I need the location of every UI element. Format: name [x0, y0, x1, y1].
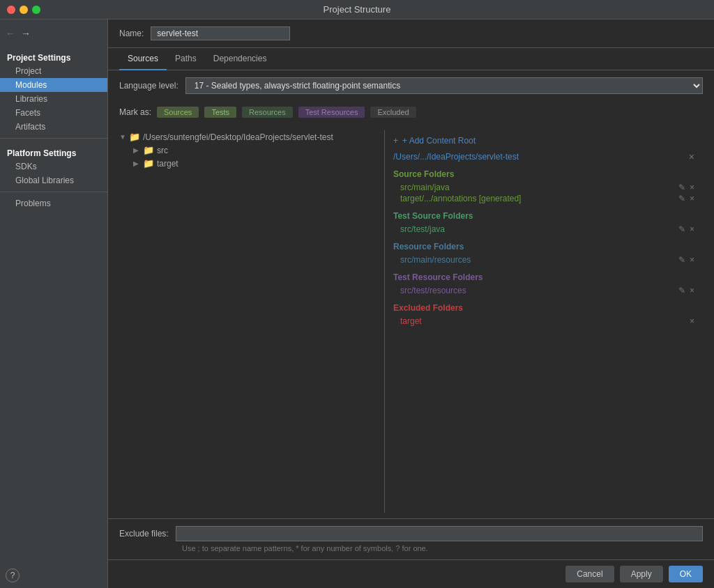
- apply-button[interactable]: Apply: [620, 566, 663, 582]
- plus-icon: +: [393, 136, 398, 146]
- help-button[interactable]: ?: [6, 568, 20, 582]
- sidebar-item-libraries[interactable]: Libraries: [0, 92, 107, 106]
- tab-paths[interactable]: Paths: [167, 48, 205, 70]
- title-bar: Project Structure: [0, 0, 714, 20]
- source-entry-0: src/main/java ✎ ×: [393, 182, 694, 193]
- source-entry-actions-0: ✎ ×: [678, 183, 694, 192]
- sidebar-item-project[interactable]: Project: [0, 64, 107, 78]
- sidebar-item-modules[interactable]: Modules: [0, 78, 107, 92]
- window-title: Project Structure: [324, 4, 391, 15]
- tabs-row: Sources Paths Dependencies: [108, 48, 714, 70]
- tab-sources[interactable]: Sources: [119, 48, 167, 70]
- remove-resource-icon[interactable]: ×: [690, 255, 694, 265]
- project-settings-header: Project Settings: [0, 50, 107, 64]
- exclude-row: Exclude files:: [119, 526, 703, 541]
- remove-test-resource-icon[interactable]: ×: [690, 286, 694, 295]
- edit-source-icon[interactable]: ✎: [678, 183, 685, 192]
- resource-folders-section: Resource Folders src/main/resources ✎ ×: [393, 242, 694, 265]
- resource-folders-title: Resource Folders: [393, 242, 694, 252]
- excluded-folders-title: Excluded Folders: [393, 303, 694, 313]
- remove-excluded-icon[interactable]: ×: [690, 316, 694, 326]
- folder-target-icon: 📁: [143, 158, 154, 169]
- source-folders-section: Source Folders src/main/java ✎ × target/…: [393, 169, 694, 204]
- edit-test-resource-icon[interactable]: ✎: [678, 286, 685, 295]
- tree-arrow-src-icon: ▶: [133, 146, 140, 154]
- sidebar-item-facets[interactable]: Facets: [0, 106, 107, 120]
- resource-entry-0: src/main/resources ✎ ×: [393, 254, 694, 265]
- mark-as-label: Mark as:: [119, 107, 151, 117]
- test-source-entry-actions: ✎ ×: [678, 224, 694, 234]
- name-input[interactable]: [151, 26, 290, 40]
- platform-settings-header: Platform Settings: [0, 146, 107, 160]
- tree-arrow-icon: ▼: [119, 133, 126, 141]
- test-source-folders-section: Test Source Folders src/test/java ✎ ×: [393, 211, 694, 235]
- tree-item-src[interactable]: ▶ 📁 src: [119, 144, 379, 157]
- excluded-entry-actions: ×: [690, 316, 694, 326]
- sidebar-nav: ← →: [0, 25, 107, 42]
- maximize-button[interactable]: [32, 6, 40, 14]
- tab-dependencies[interactable]: Dependencies: [205, 48, 275, 70]
- edit-source-1-icon[interactable]: ✎: [678, 194, 685, 203]
- dialog-footer: Cancel Apply OK: [108, 559, 714, 588]
- mark-resources-button[interactable]: Resources: [242, 107, 293, 118]
- right-path-text: /Users/.../IdeaProjects/servlet-test: [393, 152, 519, 162]
- excluded-entry-0: target ×: [393, 316, 694, 327]
- tree-arrow-target-icon: ▶: [133, 160, 140, 167]
- sidebar-divider-2: [0, 192, 107, 192]
- edit-test-source-icon[interactable]: ✎: [678, 224, 685, 234]
- sidebar-divider: [0, 138, 107, 139]
- sidebar-item-global-libraries[interactable]: Global Libraries: [0, 173, 107, 187]
- remove-source-icon[interactable]: ×: [690, 183, 694, 192]
- top-panel: Name: Sources Paths Dependencies La: [108, 20, 714, 559]
- excluded-folders-section: Excluded Folders target ×: [393, 303, 694, 327]
- forward-arrow-icon[interactable]: →: [21, 28, 31, 39]
- main-content: Name: Sources Paths Dependencies La: [108, 20, 714, 588]
- remove-source-1-icon[interactable]: ×: [690, 194, 694, 203]
- back-arrow-icon[interactable]: ←: [6, 28, 15, 39]
- sidebar-bottom: ?: [0, 563, 107, 588]
- file-tree: ▼ 📁 /Users/suntengfei/Desktop/IdeaProjec…: [119, 130, 384, 513]
- exclude-files-area: Exclude files: Use ; to separate name pa…: [108, 518, 714, 559]
- minimize-button[interactable]: [20, 6, 28, 14]
- test-resource-folders-title: Test Resource Folders: [393, 272, 694, 282]
- source-entry-1: target/.../annotations [generated] ✎ ×: [393, 193, 694, 204]
- exclude-files-label: Exclude files:: [119, 529, 169, 539]
- mark-sources-button[interactable]: Sources: [157, 107, 199, 118]
- resource-entry-actions: ✎ ×: [678, 255, 694, 265]
- test-resource-entry-0: src/test/resources ✎ ×: [393, 285, 694, 296]
- name-label: Name:: [119, 29, 144, 38]
- cancel-button[interactable]: Cancel: [565, 566, 614, 582]
- close-button[interactable]: [7, 6, 15, 14]
- sidebar: ← → Project Settings Project Modules Lib…: [0, 20, 108, 588]
- sidebar-item-sdks[interactable]: SDKs: [0, 160, 107, 173]
- add-content-root-button[interactable]: + + Add Content Root: [393, 136, 694, 146]
- language-level-select[interactable]: 17 - Sealed types, always-strict floatin…: [185, 77, 703, 94]
- ok-button[interactable]: OK: [669, 566, 703, 582]
- source-folders-title: Source Folders: [393, 169, 694, 179]
- sidebar-item-problems[interactable]: Problems: [0, 196, 107, 210]
- exclude-hint: Use ; to separate name patterns, * for a…: [119, 544, 703, 552]
- exclude-files-input[interactable]: [176, 526, 703, 541]
- mark-tests-button[interactable]: Tests: [204, 107, 236, 118]
- source-entry-actions-1: ✎ ×: [678, 194, 694, 203]
- right-path-header: /Users/.../IdeaProjects/servlet-test ×: [393, 151, 694, 162]
- test-resource-folders-section: Test Resource Folders src/test/resources…: [393, 272, 694, 296]
- language-level-label: Language level:: [119, 81, 178, 91]
- folder-src-icon: 📁: [143, 145, 154, 155]
- edit-resource-icon[interactable]: ✎: [678, 255, 685, 265]
- close-path-icon[interactable]: ×: [689, 151, 694, 162]
- test-source-entry-0: src/test/java ✎ ×: [393, 224, 694, 235]
- mark-excluded-button[interactable]: Excluded: [370, 107, 416, 118]
- mark-test-resources-button[interactable]: Test Resources: [298, 107, 365, 118]
- tree-item-target[interactable]: ▶ 📁 target: [119, 157, 379, 170]
- test-source-folders-title: Test Source Folders: [393, 211, 694, 221]
- right-panel: + + Add Content Root /Users/.../IdeaProj…: [384, 130, 703, 513]
- window-controls[interactable]: [7, 6, 40, 14]
- test-resource-entry-actions: ✎ ×: [678, 286, 694, 295]
- name-row: Name:: [108, 20, 714, 48]
- folder-icon: 📁: [129, 132, 140, 142]
- sidebar-item-artifacts[interactable]: Artifacts: [0, 120, 107, 134]
- tree-item-root[interactable]: ▼ 📁 /Users/suntengfei/Desktop/IdeaProjec…: [119, 130, 379, 144]
- remove-test-source-icon[interactable]: ×: [690, 224, 694, 234]
